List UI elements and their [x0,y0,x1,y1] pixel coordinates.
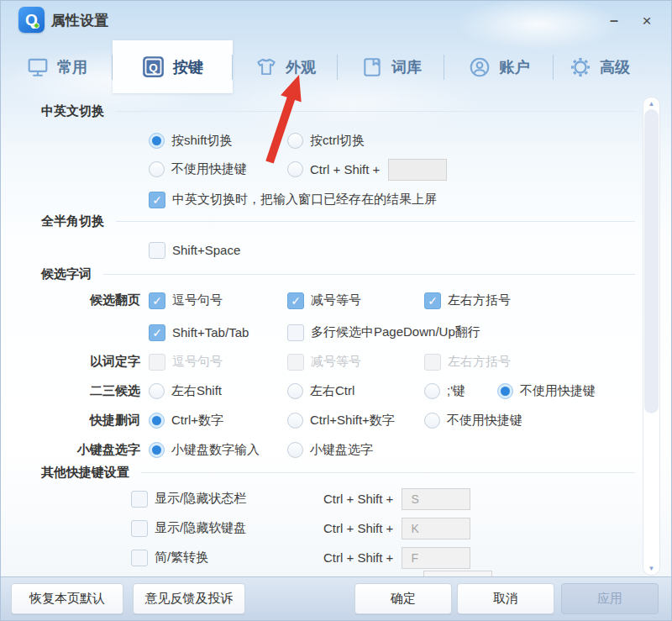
minimize-button[interactable]: – [602,10,626,31]
radio-numpad-pick[interactable]: 小键盘选字 [287,442,373,458]
checkbox-checked: ✓ [287,292,304,309]
settings-window: Q 属性设置 – × 常用 Q 按键 [0,0,672,621]
quick-delete-row: 快捷删词 Ctrl+数字 Ctrl+Shift+数字 不使用快捷键 [1,406,643,435]
check-icon: ✓ [152,327,162,339]
radio-option-no-hotkey[interactable]: 不使用快捷键 [149,161,279,177]
radio-option-ctrl-switch[interactable]: 按ctrl切换 [287,133,365,149]
checkbox-paging-tab[interactable]: ✓ Shift+Tab/Tab [149,324,279,341]
option-label: 按ctrl切换 [310,133,365,149]
radio-unselected [424,413,440,429]
shortcut-row-softkeyboard: 显示/隐藏软键盘 Ctrl + Shift + [1,513,643,543]
tab-account[interactable]: 账户 [444,40,554,93]
checkbox-paging-minus[interactable]: ✓ 减号等号 [287,292,416,309]
tab-label: 常用 [57,57,87,77]
checkbox-paging-bracket[interactable]: ✓ 左右方括号 [424,292,511,309]
option-label: 显示/隐藏软键盘 [155,520,246,536]
checkbox-checked: ✓ [424,292,441,309]
checkbox-disabled [287,354,304,371]
option-label: 左右Ctrl [310,383,354,399]
radio-quickdel-ctrl-shift-num[interactable]: Ctrl+Shift+数字 [287,413,416,429]
scrollbar-thumb[interactable] [644,109,659,413]
tab-general[interactable]: 常用 [1,40,113,93]
section-divider [141,472,635,473]
option-label: 显示/隐藏状态栏 [155,491,246,507]
checkbox-wordpick-minus-disabled: 减号等号 [287,354,416,371]
tab-dictionary[interactable]: 词库 [338,40,444,93]
radio-selected [497,383,513,399]
radio-unselected [424,383,440,399]
radio-option-shift-switch[interactable]: 按shift切换 [149,133,279,149]
option-label: 小键盘选字 [310,442,373,458]
footer-bar: 恢复本页默认 意见反馈及投诉 确定 取消 应用 [1,576,671,620]
scrollbar[interactable]: ▲ ▼ [643,97,660,576]
checkbox-toggle-statusbar[interactable]: 显示/隐藏状态栏 [131,491,323,508]
alt-select-row: 二三候选 左右Shift 左右Ctrl ;'键 不使用快捷键 [1,376,643,406]
book-icon [360,55,383,78]
checkbox-paging-comma[interactable]: ✓ 逗号句号 [149,292,279,309]
radio-quickdel-ctrl-num[interactable]: Ctrl+数字 [149,413,279,429]
scroll-up-icon[interactable]: ▲ [643,100,659,108]
checkbox-unchecked [287,324,304,341]
checkbox-wordpick-bracket-disabled: 左右方括号 [424,354,511,371]
radio-altselect-none[interactable]: 不使用快捷键 [497,383,596,399]
feedback-button[interactable]: 意见反馈及投诉 [133,583,245,614]
paging-row-1: 候选翻页 ✓ 逗号句号 ✓ 减号等号 ✓ 左右方括号 [1,286,643,315]
option-label: 不使用快捷键 [520,383,596,399]
radio-numpad-number-input[interactable]: 小键盘数字输入 [149,442,279,458]
option-label: 不使用快捷键 [171,161,247,177]
radio-quickdel-none[interactable]: 不使用快捷键 [424,413,522,429]
checkbox-unchecked [131,550,148,566]
window-title: 属性设置 [51,11,108,30]
checkbox-disabled [424,354,441,371]
checkbox-commit-on-switch[interactable]: ✓ 中英文切换时，把输入窗口已经存在的结果上屏 [149,192,437,208]
radio-altselect-semicolon[interactable]: ;'键 [424,383,489,399]
scroll-down-icon[interactable]: ▼ [643,565,659,572]
option-label: Shift+Tab/Tab [172,325,249,339]
checkbox-paging-pagedown[interactable]: 多行候选中PageDown/Up翻行 [287,324,480,341]
hotkey-prefix: Ctrl + Shift + [323,521,393,535]
checkbox-disabled [149,354,165,371]
section-cn-en-switch: 中英文切换 [41,101,635,121]
tab-label: 外观 [286,57,316,77]
option-label: 不使用快捷键 [447,413,522,429]
user-icon [469,55,491,78]
option-label: 小键盘数字输入 [171,442,260,458]
cancel-button[interactable]: 取消 [457,583,554,614]
section-full-half-switch: 全半角切换 [41,211,635,231]
checkbox-simp-trad-convert[interactable]: 简/繁转换 [131,550,323,566]
section-divider [116,111,635,112]
radio-option-custom-hotkey[interactable]: Ctrl + Shift + [287,159,447,181]
option-label: 多行候选中PageDown/Up翻行 [311,324,480,340]
shortcut-key-input[interactable] [402,488,470,510]
ok-button[interactable]: 确定 [354,583,452,614]
option-label: Ctrl + Shift + [310,162,380,176]
shortcut-key-input[interactable] [402,547,470,569]
radio-selected [149,133,165,149]
checkbox-shift-space[interactable]: Shift+Space [149,242,240,259]
radio-selected [149,413,165,429]
option-label: ;'键 [447,383,465,399]
close-button[interactable]: × [635,10,659,31]
checkbox-toggle-softkeyboard[interactable]: 显示/隐藏软键盘 [131,520,323,537]
tab-advanced[interactable]: 高级 [554,40,645,93]
restore-defaults-button[interactable]: 恢复本页默认 [11,583,123,614]
checkbox-unchecked [131,520,148,537]
section-title: 候选字词 [41,266,92,282]
paging-row-2: ✓ Shift+Tab/Tab 多行候选中PageDown/Up翻行 [1,318,643,347]
option-label: Shift+Space [172,243,240,257]
option-label: 左右方括号 [448,292,511,308]
option-label: 左右方括号 [448,354,511,370]
logo-green-dot-icon [34,23,39,29]
radio-altselect-ctrl[interactable]: 左右Ctrl [287,383,416,399]
tab-keys[interactable]: Q 按键 [113,40,233,93]
check-icon: ✓ [152,194,162,206]
option-label: 中英文切换时，把输入窗口已经存在的结果上屏 [172,192,437,208]
section-title: 全半角切换 [41,213,104,229]
tab-appearance[interactable]: 外观 [233,40,338,93]
checkbox-checked: ✓ [149,292,165,309]
radio-altselect-shift[interactable]: 左右Shift [149,383,279,399]
tab-label: 高级 [600,57,630,77]
custom-hotkey-input[interactable] [388,159,447,181]
shortcut-key-input[interactable] [402,518,470,539]
option-label: 逗号句号 [172,354,223,370]
